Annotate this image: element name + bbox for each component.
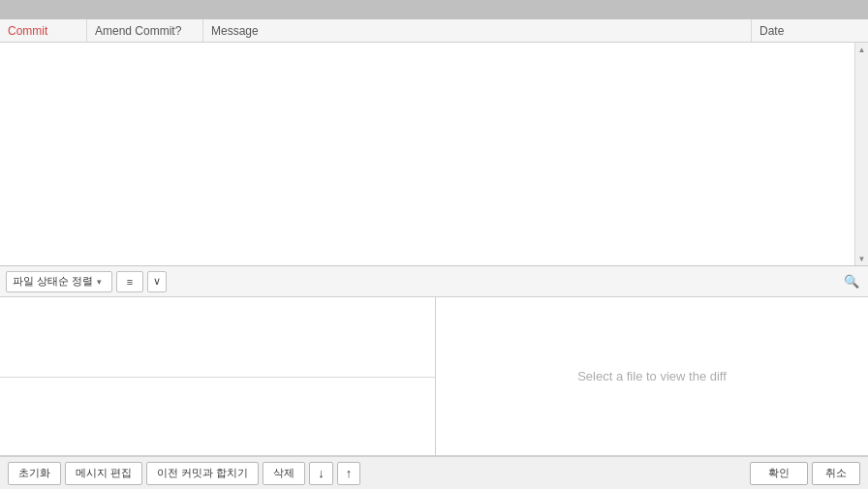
list-icon: ≡ [127,276,133,288]
file-list-top[interactable] [0,297,435,378]
col-commit[interactable]: Commit [0,19,87,42]
delete-button[interactable]: 삭제 [263,462,305,485]
col-commit-label: Commit [8,24,47,38]
confirm-button[interactable]: 확인 [750,462,808,485]
table-header: Commit Amend Commit? Message Date [0,19,868,43]
commit-table-area: Commit Amend Commit? Message Date ▲ ▼ [0,19,868,266]
arrow-down-button[interactable]: ↓ [309,462,333,485]
arrow-up-button[interactable]: ↑ [337,462,361,485]
list-view-button[interactable]: ≡ [116,271,143,292]
main-container: Commit Amend Commit? Message Date ▲ ▼ 파일… [0,19,868,489]
middle-toolbar: 파일 상태순 정렬 ▾ ≡ ∨ 🔍 [0,266,868,297]
search-button[interactable]: 🔍 [841,271,862,292]
col-message[interactable]: Message [203,19,752,42]
file-list-bottom[interactable] [0,378,435,455]
scroll-down-arrow[interactable]: ▼ [855,252,869,265]
search-icon: 🔍 [844,274,859,289]
reset-button[interactable]: 초기화 [8,462,61,485]
col-message-label: Message [211,24,259,38]
col-amend[interactable]: Amend Commit? [87,19,203,42]
commit-table-body: ▲ ▼ [0,43,868,265]
col-amend-label: Amend Commit? [95,24,181,38]
cancel-button[interactable]: 취소 [812,462,860,485]
scroll-up-arrow[interactable]: ▲ [855,43,869,56]
bottom-toolbar: 초기화 메시지 편집 이전 커밋과 합치기 삭제 ↓ ↑ 확인 취소 [0,456,868,489]
lower-area: Select a file to view the diff [0,297,868,456]
vertical-scrollbar[interactable]: ▲ ▼ [854,43,868,265]
list-chevron-button[interactable]: ∨ [147,271,167,292]
file-list-panel [0,297,436,455]
col-date-label: Date [760,24,784,38]
list-chevron-icon: ∨ [153,275,161,288]
diff-placeholder: Select a file to view the diff [577,369,727,383]
diff-panel: Select a file to view the diff [436,297,868,455]
sort-chevron-icon: ▾ [97,277,102,287]
sort-dropdown[interactable]: 파일 상태순 정렬 ▾ [6,271,112,292]
sort-label: 파일 상태순 정렬 [13,274,93,289]
edit-message-button[interactable]: 메시지 편집 [65,462,142,485]
col-date[interactable]: Date [752,19,868,42]
merge-with-prev-button[interactable]: 이전 커밋과 합치기 [146,462,259,485]
title-bar [0,0,868,19]
